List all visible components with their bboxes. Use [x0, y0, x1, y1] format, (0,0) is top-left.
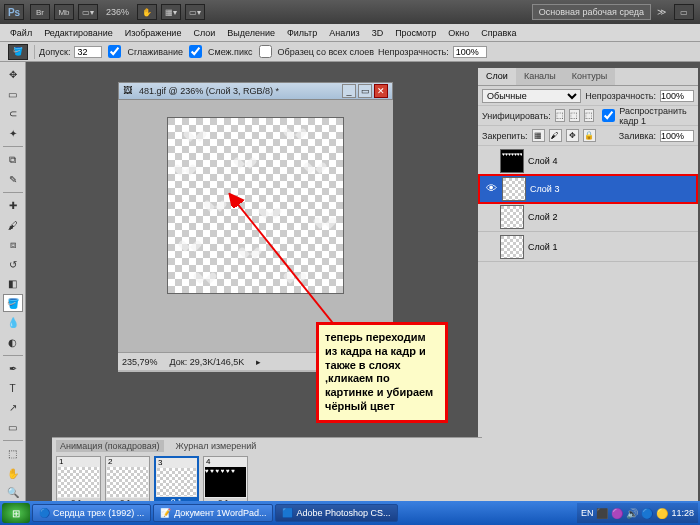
- visibility-icon[interactable]: [482, 210, 496, 224]
- layer-name[interactable]: Слой 3: [530, 184, 559, 194]
- blend-mode-select[interactable]: Обычные: [482, 89, 581, 103]
- antialias-checkbox[interactable]: [108, 45, 121, 58]
- zoom-level[interactable]: 236%: [106, 7, 129, 17]
- healing-tool[interactable]: ✚: [3, 197, 23, 215]
- layer-row[interactable]: Слой 2: [478, 202, 698, 232]
- layer-row[interactable]: Слой 1: [478, 232, 698, 262]
- search-icon[interactable]: ▭: [674, 4, 694, 20]
- menu-analysis[interactable]: Анализ: [323, 26, 365, 40]
- tab-measurements[interactable]: Журнал измерений: [172, 440, 261, 452]
- 3d-tool[interactable]: ⬚: [3, 445, 23, 463]
- lock-transparent-icon[interactable]: ▦: [532, 129, 545, 142]
- menu-3d[interactable]: 3D: [366, 26, 390, 40]
- lock-position-icon[interactable]: ✥: [566, 129, 579, 142]
- wand-tool[interactable]: ✦: [3, 125, 23, 143]
- menu-view[interactable]: Просмотр: [389, 26, 442, 40]
- unify-visibility-icon[interactable]: ⬚: [569, 109, 579, 122]
- bridge-icon[interactable]: Br: [30, 4, 50, 20]
- view-mode-icon[interactable]: ▭▾: [78, 4, 98, 20]
- pen-tool[interactable]: ✒: [3, 360, 23, 378]
- mb-icon[interactable]: Mb: [54, 4, 74, 20]
- shape-tool[interactable]: ▭: [3, 418, 23, 436]
- layer-row[interactable]: Слой 4: [478, 146, 698, 176]
- eyedropper-tool[interactable]: ✎: [3, 170, 23, 188]
- expand-workspaces-icon[interactable]: ≫: [657, 7, 666, 17]
- clock[interactable]: 11:28: [671, 508, 694, 518]
- unify-position-icon[interactable]: ⬚: [555, 109, 565, 122]
- tab-channels[interactable]: Каналы: [516, 68, 564, 85]
- taskbar-item[interactable]: 📝Документ 1WordPad...: [153, 504, 273, 522]
- menu-select[interactable]: Выделение: [221, 26, 281, 40]
- bucket-tool[interactable]: 🪣: [3, 294, 23, 312]
- tray-icon[interactable]: 🟣: [611, 508, 623, 519]
- taskbar-item[interactable]: 🟦Adobe Photoshop CS...: [275, 504, 397, 522]
- menu-image[interactable]: Изображение: [119, 26, 188, 40]
- path-tool[interactable]: ↗: [3, 399, 23, 417]
- crop-tool[interactable]: ⧉: [3, 151, 23, 169]
- maximize-icon[interactable]: ▭: [358, 84, 372, 98]
- close-icon[interactable]: ✕: [374, 84, 388, 98]
- type-tool[interactable]: T: [3, 379, 23, 397]
- fill-input[interactable]: [660, 130, 694, 142]
- marquee-tool[interactable]: ▭: [3, 86, 23, 104]
- contiguous-checkbox[interactable]: [189, 45, 202, 58]
- dodge-tool[interactable]: ◐: [3, 334, 23, 352]
- zoom-tool[interactable]: 🔍: [3, 484, 23, 502]
- workspace-switcher[interactable]: Основная рабочая среда: [532, 4, 651, 20]
- tab-animation[interactable]: Анимация (покадровая): [56, 440, 164, 452]
- tolerance-input[interactable]: [74, 46, 102, 58]
- taskbar-item[interactable]: 🔵Сердца трех (1992) ...: [32, 504, 151, 522]
- layer-name[interactable]: Слой 2: [528, 212, 557, 222]
- layer-opacity-input[interactable]: [660, 90, 694, 102]
- hand-icon[interactable]: ✋: [137, 4, 157, 20]
- language-indicator[interactable]: EN: [581, 508, 594, 518]
- visibility-icon[interactable]: [482, 240, 496, 254]
- visibility-icon[interactable]: [482, 154, 496, 168]
- document-titlebar[interactable]: 🖼 481.gif @ 236% (Слой 3, RGB/8) * _ ▭ ✕: [118, 82, 393, 100]
- tray-icon[interactable]: 🔵: [641, 508, 653, 519]
- minimize-icon[interactable]: _: [342, 84, 356, 98]
- stamp-tool[interactable]: ⧈: [3, 236, 23, 254]
- tray-icon[interactable]: 🔊: [626, 508, 638, 519]
- menu-help[interactable]: Справка: [475, 26, 522, 40]
- layer-row[interactable]: 👁 Слой 3: [478, 174, 698, 204]
- tab-layers[interactable]: Слои: [478, 68, 516, 85]
- menu-window[interactable]: Окно: [442, 26, 475, 40]
- lock-all-icon[interactable]: 🔒: [583, 129, 596, 142]
- layer-name[interactable]: Слой 1: [528, 242, 557, 252]
- layer-thumb[interactable]: [502, 177, 526, 201]
- all-layers-checkbox[interactable]: [259, 45, 272, 58]
- unify-style-icon[interactable]: ⬚: [584, 109, 594, 122]
- tool-preset-icon[interactable]: 🪣: [8, 44, 28, 60]
- system-tray[interactable]: EN ⬛ 🟣 🔊 🔵 🟡 11:28: [577, 503, 698, 523]
- app-titlebar: Ps Br Mb ▭▾ 236% ✋ ▦▾ ▭▾ Основная рабоча…: [0, 0, 700, 24]
- blur-tool[interactable]: 💧: [3, 314, 23, 332]
- layer-thumb[interactable]: [500, 205, 524, 229]
- layer-thumb[interactable]: [500, 235, 524, 259]
- menubar: Файл Редактирование Изображение Слои Выд…: [0, 24, 700, 42]
- menu-filter[interactable]: Фильтр: [281, 26, 323, 40]
- menu-layers[interactable]: Слои: [187, 26, 221, 40]
- tray-icon[interactable]: 🟡: [656, 508, 668, 519]
- eraser-tool[interactable]: ◧: [3, 275, 23, 293]
- layer-name[interactable]: Слой 4: [528, 156, 557, 166]
- visibility-icon[interactable]: 👁: [484, 182, 498, 196]
- opacity-label: Непрозрачность:: [378, 47, 449, 57]
- arrange-icon[interactable]: ▦▾: [161, 4, 181, 20]
- lock-pixels-icon[interactable]: 🖌: [549, 129, 562, 142]
- lasso-tool[interactable]: ⊂: [3, 105, 23, 123]
- history-brush-tool[interactable]: ↺: [3, 255, 23, 273]
- menu-file[interactable]: Файл: [4, 26, 38, 40]
- screen-icon[interactable]: ▭▾: [185, 4, 205, 20]
- move-tool[interactable]: ✥: [3, 66, 23, 84]
- brush-tool[interactable]: 🖌: [3, 216, 23, 234]
- layer-thumb[interactable]: [500, 149, 524, 173]
- start-button[interactable]: ⊞: [2, 503, 30, 523]
- status-zoom[interactable]: 235,79%: [122, 357, 158, 367]
- tab-paths[interactable]: Контуры: [564, 68, 615, 85]
- tray-icon[interactable]: ⬛: [596, 508, 608, 519]
- menu-edit[interactable]: Редактирование: [38, 26, 119, 40]
- propagate-checkbox[interactable]: [602, 109, 615, 122]
- hand-tool[interactable]: ✋: [3, 464, 23, 482]
- opacity-input[interactable]: [453, 46, 487, 58]
